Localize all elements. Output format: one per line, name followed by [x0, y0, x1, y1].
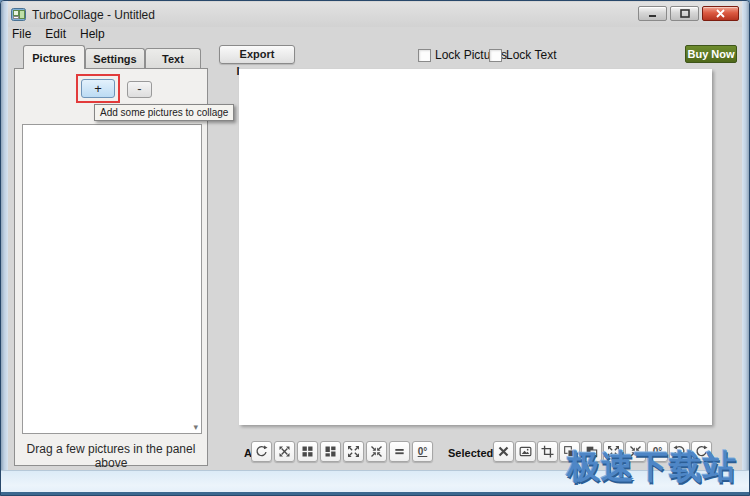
lock-pictures-checkbox[interactable] — [418, 49, 431, 62]
window-controls — [638, 6, 739, 21]
pictures-list[interactable]: ▾ — [22, 124, 202, 434]
window-title: TurboCollage - Untitled — [32, 8, 155, 22]
scroll-down-icon[interactable]: ▾ — [193, 422, 198, 432]
export-image-button[interactable]: Export Image... — [219, 45, 295, 64]
toolbar-selected-label: Selected — [448, 447, 493, 459]
grid-mosaic-icon — [323, 444, 338, 459]
reset-rotation-all-button[interactable]: 0° — [412, 441, 433, 462]
window-frame-left — [1, 1, 8, 495]
swap-arrows-icon — [277, 444, 292, 459]
arrows-in-icon — [369, 444, 384, 459]
collage-canvas[interactable] — [239, 69, 712, 425]
tab-pictures[interactable]: Pictures — [23, 45, 85, 69]
watermark: 极速下载站 — [567, 445, 737, 490]
app-window: TurboCollage - Untitled FileEditHelp Set… — [0, 0, 750, 496]
buy-now-button[interactable]: Buy Now — [685, 45, 737, 63]
replace-picture-button[interactable] — [515, 441, 536, 462]
add-pictures-tooltip: Add some pictures to collage — [94, 104, 234, 121]
delete-x-icon — [496, 444, 511, 459]
menu-item-help[interactable]: Help — [77, 25, 114, 43]
lock-text-label: Lock Text — [506, 48, 556, 62]
rotate-circle-icon — [254, 444, 269, 459]
equals-icon — [392, 444, 407, 459]
window-frame-right — [742, 1, 749, 495]
mosaic-grid-button[interactable] — [320, 441, 341, 462]
tab-settings[interactable]: Settings — [85, 48, 145, 69]
minimize-button[interactable] — [638, 6, 667, 21]
lock-text-checkbox[interactable] — [489, 49, 502, 62]
fit-pictures-button[interactable] — [366, 441, 387, 462]
equal-grid-button[interactable] — [297, 441, 318, 462]
picture-icon — [518, 444, 533, 459]
annotation-highlight — [76, 74, 120, 103]
menu-item-file[interactable]: File — [9, 25, 40, 43]
crop-icon — [540, 444, 555, 459]
remove-pictures-button[interactable]: - — [127, 81, 152, 98]
title-bar[interactable]: TurboCollage - Untitled — [8, 2, 742, 27]
crop-picture-button[interactable] — [537, 441, 558, 462]
shuffle-pictures-button[interactable] — [274, 441, 295, 462]
tab-text[interactable]: Text — [145, 48, 201, 69]
lock-text-checkbox-group: Lock Text — [489, 48, 556, 62]
zero-degrees-icon: 0° — [418, 446, 428, 457]
shuffle-layout-button[interactable] — [251, 441, 272, 462]
spread-pictures-button[interactable] — [343, 441, 364, 462]
menu-bar: FileEditHelp — [9, 25, 116, 43]
drag-hint-text: Drag a few pictures in the panel above — [15, 442, 207, 470]
delete-picture-button[interactable] — [493, 441, 514, 462]
maximize-button[interactable] — [670, 6, 699, 21]
arrows-out-icon — [346, 444, 361, 459]
equal-size-button[interactable] — [389, 441, 410, 462]
menu-item-edit[interactable]: Edit — [42, 25, 75, 43]
grid-equal-icon — [300, 444, 315, 459]
app-icon — [11, 7, 27, 22]
pictures-panel: + - ▾ Drag a few pictures in the panel a… — [14, 68, 208, 466]
close-button[interactable] — [702, 6, 739, 21]
